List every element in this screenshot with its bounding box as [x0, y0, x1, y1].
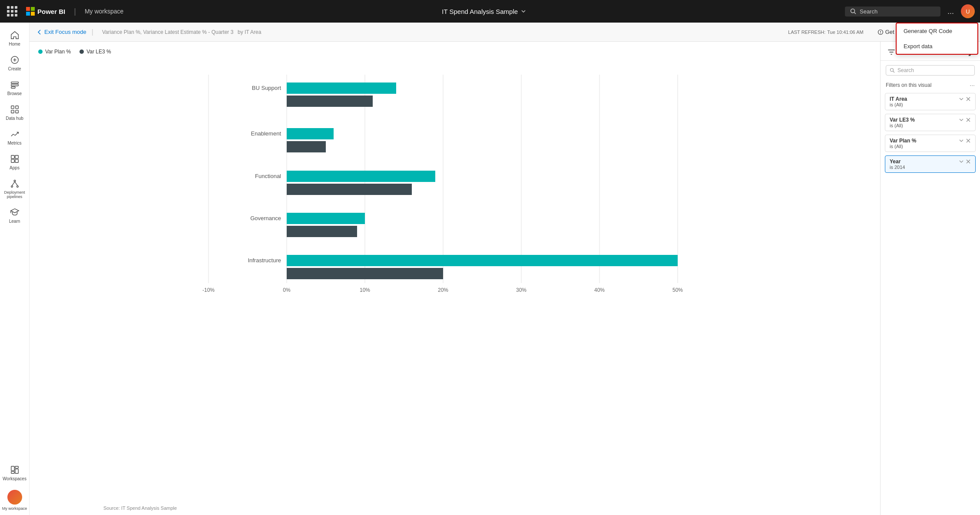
last-refresh: LAST REFRESH: Tue 10:41:06 AM: [788, 30, 863, 35]
filters-on-visual-more[interactable]: ···: [970, 82, 975, 89]
sidebar-label-apps: Apps: [10, 165, 20, 170]
top-search-box[interactable]: Search: [845, 7, 940, 17]
apps-grid-icon[interactable]: [5, 4, 19, 18]
svg-text:10%: 10%: [360, 287, 370, 293]
chart-area: Var Plan % Var LE3 %: [30, 42, 880, 515]
filter-card-itarea[interactable]: IT Area is (All): [885, 93, 976, 110]
filter-card-itarea-value: is (All): [890, 102, 971, 107]
svg-text:40%: 40%: [594, 287, 605, 293]
svg-rect-13: [15, 155, 18, 158]
filter-card-varle3-value: is (All): [890, 123, 971, 128]
svg-rect-49: [287, 255, 678, 266]
svg-line-20: [15, 182, 17, 185]
svg-rect-22: [15, 469, 18, 473]
sidebar-label-home: Home: [9, 42, 20, 46]
insights-icon: [877, 29, 884, 35]
chevron-down-icon[interactable]: [959, 138, 964, 143]
user-avatar[interactable]: U: [961, 4, 975, 18]
nav-more-button[interactable]: ...: [946, 5, 956, 18]
chevron-down-icon[interactable]: [520, 8, 526, 14]
svg-text:-10%: -10%: [202, 287, 215, 293]
clear-icon[interactable]: [966, 138, 971, 143]
svg-rect-43: [287, 171, 435, 182]
chart-title: Variance Plan %, Variance Latest Estimat…: [102, 29, 261, 35]
svg-rect-7: [11, 87, 15, 89]
filter-search-box[interactable]: Search: [886, 65, 975, 76]
svg-point-27: [880, 33, 881, 34]
svg-rect-23: [11, 472, 14, 474]
bar-chart: BU Support Enablement Functional Governa…: [38, 62, 871, 305]
sidebar-label-myworkspace: My workspace: [2, 506, 27, 511]
svg-rect-41: [287, 141, 326, 152]
svg-rect-12: [11, 155, 14, 158]
svg-text:50%: 50%: [672, 287, 683, 293]
svg-point-17: [11, 186, 13, 188]
legend-item-varplan: Var Plan %: [38, 49, 71, 55]
chevron-down-icon[interactable]: [959, 117, 964, 122]
svg-rect-10: [11, 110, 13, 113]
sub-header: Exit Focus mode | Variance Plan %, Varia…: [30, 23, 980, 42]
sidebar-label-learn: Learn: [9, 219, 20, 224]
svg-rect-11: [15, 110, 18, 113]
dropdown-export-data[interactable]: Export data: [897, 39, 977, 54]
svg-line-1: [854, 13, 856, 14]
exit-focus-button[interactable]: Exit Focus mode: [36, 29, 86, 35]
chart-legend: Var Plan % Var LE3 %: [38, 49, 871, 55]
sidebar-item-deployment[interactable]: Deployment pipelines: [0, 175, 29, 202]
sidebar-item-myworkspace[interactable]: My workspace: [0, 486, 29, 514]
sidebar-label-deployment: Deployment pipelines: [2, 190, 27, 199]
filter-search-icon: [890, 68, 895, 73]
top-nav: Power BI | My workspace IT Spend Analysi…: [0, 0, 980, 23]
workspace-label[interactable]: My workspace: [85, 8, 123, 15]
sidebar-item-browse[interactable]: Browse: [0, 76, 29, 99]
chevron-down-icon[interactable]: [959, 159, 964, 164]
svg-rect-47: [287, 226, 357, 237]
svg-text:Infrastructure: Infrastructure: [248, 257, 281, 264]
search-icon: [850, 8, 856, 14]
svg-point-16: [14, 180, 16, 182]
filter-card-varle3[interactable]: Var LE3 % is (All): [885, 114, 976, 131]
svg-rect-5: [11, 82, 18, 84]
filter-card-year-value: is 2014: [890, 165, 971, 170]
sidebar-item-learn[interactable]: Learn: [0, 204, 29, 227]
learn-icon: [10, 208, 20, 217]
clear-icon[interactable]: [966, 159, 971, 164]
clear-icon[interactable]: [966, 96, 971, 102]
microsoft-logo: Power BI: [26, 7, 65, 16]
svg-point-58: [891, 69, 894, 72]
datahub-icon: [10, 105, 20, 114]
svg-point-0: [851, 9, 854, 13]
app-name: Power BI: [37, 8, 65, 15]
sidebar-item-home[interactable]: Home: [0, 27, 29, 50]
sidebar: Home Create Browse Data hub Metrics Apps: [0, 23, 30, 515]
report-title: IT Spend Analysis Sample: [442, 8, 526, 15]
my-workspace-avatar: [7, 490, 22, 505]
sidebar-item-apps[interactable]: Apps: [0, 151, 29, 174]
svg-rect-14: [11, 159, 14, 162]
clear-icon[interactable]: [966, 117, 971, 122]
deployment-icon: [10, 179, 20, 188]
svg-rect-21: [11, 466, 14, 471]
sidebar-item-datahub[interactable]: Data hub: [0, 101, 29, 124]
dropdown-generate-qr[interactable]: Generate QR Code: [897, 23, 977, 39]
filter-icon: [887, 48, 895, 56]
svg-text:Functional: Functional: [255, 173, 281, 179]
svg-rect-37: [287, 83, 396, 94]
sidebar-item-create[interactable]: Create: [0, 52, 29, 75]
filter-card-varplan[interactable]: Var Plan % is (All): [885, 135, 976, 152]
sidebar-item-metrics[interactable]: Metrics: [0, 126, 29, 149]
main-content: Var Plan % Var LE3 %: [30, 42, 980, 515]
chevron-down-icon[interactable]: [959, 96, 964, 102]
svg-rect-38: [287, 96, 373, 107]
apps-icon: [10, 154, 20, 164]
sidebar-item-workspaces[interactable]: Workspaces: [0, 462, 29, 485]
sidebar-label-workspaces: Workspaces: [3, 476, 26, 481]
svg-rect-24: [15, 466, 18, 469]
filter-card-year[interactable]: Year is 2014: [885, 155, 976, 173]
create-icon: [10, 55, 20, 65]
svg-line-19: [12, 182, 14, 185]
svg-line-59: [893, 71, 895, 73]
metrics-icon: [10, 129, 20, 139]
sidebar-label-metrics: Metrics: [7, 141, 21, 145]
sidebar-label-datahub: Data hub: [6, 116, 23, 121]
